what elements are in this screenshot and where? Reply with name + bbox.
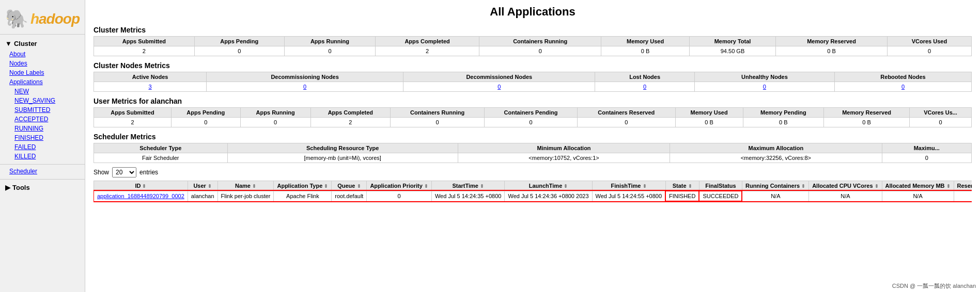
sidebar-item-node-labels[interactable]: Node Labels — [0, 68, 85, 77]
um-memory-pending: 0 B — [743, 118, 823, 127]
table-cell: FINISHED — [665, 191, 699, 201]
cm-memory-reserved: 0 B — [776, 46, 888, 56]
show-entries-bar: Show 10 20 50 100 entries — [94, 167, 972, 177]
um-col-memory-pending: Memory Pending — [743, 108, 823, 118]
um-pending: 0 — [171, 118, 240, 127]
app-col-start-time[interactable]: StartTime ⇕ — [431, 181, 505, 191]
table-cell: Apache Flink — [274, 191, 332, 201]
col-lost-nodes: Lost Nodes — [595, 72, 694, 82]
sidebar-item-app-finished[interactable]: FINISHED — [0, 133, 85, 142]
sidebar-item-app-running[interactable]: RUNNING — [0, 124, 85, 133]
name-sort-icon: ⇕ — [252, 184, 256, 189]
um-col-submitted: Apps Submitted — [94, 108, 172, 118]
col-memory-used: Memory Used — [601, 37, 689, 46]
col-containers-running: Containers Running — [479, 37, 601, 46]
cm-apps-running: 0 — [284, 46, 375, 56]
um-col-containers-pending: Containers Pending — [485, 108, 578, 118]
app-col-type[interactable]: Application Type ⇕ — [274, 181, 332, 191]
col-active-nodes: Active Nodes — [94, 72, 207, 82]
table-cell: N/A — [882, 191, 954, 201]
sidebar-item-app-killed[interactable]: KILLED — [0, 152, 85, 161]
scheduler-metrics-table: Scheduler Type Scheduling Resource Type … — [94, 143, 972, 163]
app-col-finish-time[interactable]: FinishTime ⇕ — [592, 181, 665, 191]
um-col-containers-reserved: Containers Reserved — [578, 108, 675, 118]
apps-table-header-row: ID ⇕ User ⇕ Name ⇕ Application Type ⇕ Qu… — [94, 181, 972, 191]
sidebar-item-app-new[interactable]: NEW — [0, 87, 85, 96]
table-cell: Flink per-job cluster — [217, 191, 274, 201]
sidebar-item-app-submitted[interactable]: SUBMITTED — [0, 105, 85, 115]
table-cell: N/A — [954, 191, 972, 201]
app-col-reserved-cpu[interactable]: Reserved CPU VCores ⇕ — [954, 181, 972, 191]
tools-section-title[interactable]: ▶ Tools — [0, 182, 85, 193]
sidebar-item-about[interactable]: About — [0, 50, 85, 59]
app-col-user[interactable]: User ⇕ — [188, 181, 217, 191]
applications-table: ID ⇕ User ⇕ Name ⇕ Application Type ⇕ Qu… — [94, 181, 972, 202]
cn-active-nodes: 3 — [94, 82, 207, 92]
alloc-mem-sort-icon: ⇕ — [946, 184, 951, 189]
sidebar-item-app-failed[interactable]: FAILED — [0, 142, 85, 152]
table-cell: 0 — [367, 191, 432, 201]
table-row: application_1688448920799_0002alanchanFl… — [94, 191, 972, 201]
table-cell: Wed Jul 5 14:24:35 +0800 — [431, 191, 505, 201]
cm-memory-used: 0 B — [601, 46, 689, 56]
scheduler-metrics-header-row: Scheduler Type Scheduling Resource Type … — [94, 143, 972, 153]
table-cell: root.default — [332, 191, 367, 201]
cluster-section: ▼ Cluster About Nodes Node Labels Applic… — [0, 38, 85, 161]
start-sort-icon: ⇕ — [480, 184, 484, 189]
sm-col-min-alloc: Minimum Allocation — [458, 143, 670, 153]
app-col-state[interactable]: State ⇕ — [665, 181, 699, 191]
alloc-cpu-sort-icon: ⇕ — [875, 184, 879, 189]
cm-apps-pending: 0 — [194, 46, 284, 56]
um-memory-used: 0 B — [675, 118, 743, 127]
um-col-vcores-us: VCores Us... — [910, 108, 972, 118]
rc-sort-icon: ⇕ — [801, 184, 805, 189]
sm-maximum: 0 — [882, 153, 971, 163]
hadoop-logo: 🐘 hadoop — [4, 8, 81, 30]
brand-name: hadoop — [30, 11, 80, 27]
sidebar-item-nodes[interactable]: Nodes — [0, 59, 85, 68]
state-sort-icon: ⇕ — [688, 184, 692, 189]
app-col-alloc-mem[interactable]: Allocated Memory MB ⇕ — [882, 181, 954, 191]
show-label: Show — [94, 169, 109, 176]
cluster-nodes-header-row: Active Nodes Decommissioning Nodes Decom… — [94, 72, 972, 82]
scheduler-section: Scheduler — [0, 167, 85, 176]
entries-select[interactable]: 10 20 50 100 — [112, 167, 136, 177]
sm-max-alloc: <memory:32256, vCores:8> — [670, 153, 882, 163]
app-id-link[interactable]: application_1688448920799_0002 — [97, 193, 184, 199]
priority-sort-icon: ⇕ — [424, 184, 428, 189]
table-cell: application_1688448920799_0002 — [94, 191, 188, 201]
col-apps-submitted: Apps Submitted — [94, 37, 195, 46]
sidebar-item-app-accepted[interactable]: ACCEPTED — [0, 115, 85, 124]
um-running: 0 — [240, 118, 310, 127]
app-col-name[interactable]: Name ⇕ — [217, 181, 274, 191]
app-col-running-containers[interactable]: Running Containers ⇕ — [742, 181, 808, 191]
cm-apps-completed: 2 — [376, 46, 479, 56]
col-memory-reserved: Memory Reserved — [776, 37, 888, 46]
sm-col-maximum: Maximu... — [882, 143, 971, 153]
sidebar-item-app-new-saving[interactable]: NEW_SAVING — [0, 96, 85, 105]
app-col-id[interactable]: ID ⇕ — [94, 181, 188, 191]
app-col-priority[interactable]: Application Priority ⇕ — [367, 181, 432, 191]
cluster-metrics-title: Cluster Metrics — [94, 26, 972, 34]
um-containers-running: 0 — [391, 118, 485, 127]
cluster-metrics-data-row: 2 0 0 2 0 0 B 94.50 GB 0 B 0 — [94, 46, 972, 56]
um-col-running: Apps Running — [240, 108, 310, 118]
cluster-nodes-data-row: 3 0 0 0 0 0 — [94, 82, 972, 92]
finish-sort-icon: ⇕ — [643, 184, 647, 189]
sidebar-item-scheduler[interactable]: Scheduler — [0, 167, 85, 176]
cluster-triangle-icon: ▼ — [5, 40, 12, 47]
sidebar-item-applications[interactable]: Applications — [0, 77, 85, 87]
user-metrics-table: Apps Submitted Apps Pending Apps Running… — [94, 107, 972, 127]
page-title: All Applications — [94, 5, 972, 19]
table-cell: Wed Jul 5 14:24:36 +0800 2023 — [505, 191, 592, 201]
applications-table-wrap: ID ⇕ User ⇕ Name ⇕ Application Type ⇕ Qu… — [94, 181, 972, 205]
cluster-nodes-metrics-table: Active Nodes Decommissioning Nodes Decom… — [94, 72, 972, 92]
app-col-alloc-cpu[interactable]: Allocated CPU VCores ⇕ — [809, 181, 882, 191]
cn-unhealthy-nodes: 0 — [694, 82, 834, 92]
app-col-launch-time[interactable]: LaunchTime ⇕ — [505, 181, 592, 191]
cluster-metrics-header-row: Apps Submitted Apps Pending Apps Running… — [94, 37, 972, 46]
um-containers-reserved: 0 — [578, 118, 675, 127]
table-cell: SUCCEEDED — [699, 191, 742, 201]
app-col-queue[interactable]: Queue ⇕ — [332, 181, 367, 191]
cluster-section-title[interactable]: ▼ Cluster — [0, 38, 85, 50]
